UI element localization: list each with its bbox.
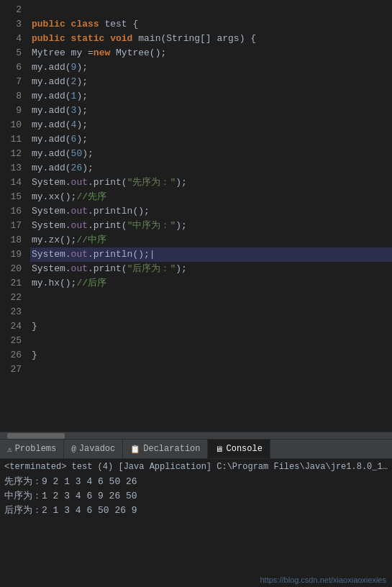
tab-label-console: Console [226, 444, 262, 454]
tab-javadoc[interactable]: @Javadoc [64, 440, 123, 458]
line-number: 13 [0, 161, 22, 176]
token-plain: } [32, 321, 37, 332]
code-line: System.out.print("中序为："); [30, 219, 392, 233]
console-line: 后序为：2 1 3 4 6 50 26 9 [4, 504, 388, 518]
console-terminated: <terminated> test (4) [Java Application]… [4, 462, 388, 472]
line-number: 22 [0, 291, 22, 305]
code-line: System.out.print("后序为："); [30, 262, 392, 276]
code-line: } [30, 319, 392, 334]
token-plain: Mytree my = [32, 47, 94, 58]
line-number: 27 [0, 363, 22, 377]
token-out: out [71, 177, 88, 188]
line-number: 4 [0, 32, 22, 46]
token-comment: //后序 [76, 278, 106, 288]
token-num: 26 [71, 163, 83, 173]
line-number: 12 [0, 147, 22, 161]
code-line: my.xx();//先序 [30, 190, 392, 204]
token-plain: my.hx(); [32, 278, 76, 288]
token-plain: ); [82, 163, 94, 173]
line-number: 17 [0, 219, 22, 233]
line-number: 20 [0, 262, 22, 276]
tab-icon-javadoc: @ [71, 445, 76, 453]
code-line: Mytree my =new Mytree(); [30, 46, 392, 60]
token-num: 50 [71, 148, 83, 159]
token-plain: ); [176, 263, 187, 274]
token-kw: static [71, 33, 111, 44]
token-comment: //中序 [76, 235, 106, 245]
code-line: } [30, 348, 392, 363]
code-line: my.zx();//中序 [30, 233, 392, 247]
token-plain: my.add( [32, 76, 71, 87]
tab-icon-declaration: 📋 [130, 445, 140, 454]
line-number: 9 [0, 104, 22, 118]
console-line: 先序为：9 2 1 3 4 6 50 26 [4, 475, 388, 489]
token-plain: ); [76, 76, 88, 87]
token-plain: test { [104, 19, 138, 29]
tab-console[interactable]: 🖥Console [208, 440, 270, 458]
tab-label-javadoc: Javadoc [79, 444, 115, 454]
code-line: my.add(1); [30, 89, 392, 104]
token-plain: my.add( [32, 119, 71, 130]
line-number: 10 [0, 118, 22, 132]
line-number: 25 [0, 334, 22, 348]
code-line: my.add(26); [30, 161, 392, 176]
code-line [30, 305, 392, 319]
token-plain: ); [82, 148, 94, 159]
token-plain: ); [76, 62, 88, 73]
bottom-tabs: ⚠Problems@Javadoc📋Declaration🖥Console [0, 439, 392, 459]
code-line [30, 334, 392, 348]
line-number: 8 [0, 89, 22, 104]
token-out: out [71, 263, 88, 274]
code-lines[interactable]: public class test { public static void m… [27, 3, 392, 432]
line-number: 6 [0, 60, 22, 75]
code-line: System.out.println(); [30, 204, 392, 219]
token-out: out [71, 249, 88, 260]
token-plain: System. [32, 249, 71, 260]
token-plain: .println(); [88, 206, 150, 217]
token-plain: ); [76, 105, 88, 116]
line-number: 14 [0, 176, 22, 190]
console-area: <terminated> test (4) [Java Application]… [0, 459, 392, 521]
code-line: my.add(2); [30, 75, 392, 89]
horizontal-scrollbar[interactable] [0, 432, 392, 439]
token-plain: .println();| [88, 249, 155, 260]
token-plain: ); [76, 91, 88, 101]
scrollbar-thumb[interactable] [7, 433, 65, 439]
code-line: my.add(9); [30, 60, 392, 75]
token-plain: my.zx(); [32, 235, 76, 245]
token-plain: my.add( [32, 134, 71, 145]
token-string: "中序为：" [127, 220, 176, 231]
token-plain: .print( [88, 177, 127, 188]
token-kw: public [32, 19, 71, 29]
code-line: public class test { [30, 17, 392, 32]
token-plain: my.add( [32, 163, 71, 173]
token-plain: .print( [88, 263, 127, 274]
console-output: 先序为：9 2 1 3 4 6 50 26中序为：1 2 3 4 6 9 26 … [4, 475, 388, 518]
code-line: my.add(4); [30, 118, 392, 132]
tab-declaration[interactable]: 📋Declaration [123, 440, 208, 458]
line-number: 23 [0, 305, 22, 319]
code-line: my.hx();//后序 [30, 276, 392, 291]
code-line: System.out.println();| [30, 247, 392, 262]
token-plain: my.add( [32, 91, 71, 101]
token-plain: main(String[] args) { [138, 33, 256, 44]
line-numbers: 2345678910111213141516171819202122232425… [0, 3, 27, 432]
token-plain: my.add( [32, 105, 71, 116]
token-plain: System. [32, 206, 71, 217]
token-plain: ); [176, 220, 187, 231]
line-number: 5 [0, 46, 22, 60]
tab-icon-problems: ⚠ [7, 445, 12, 454]
tab-label-declaration: Declaration [143, 444, 200, 454]
token-plain: } [32, 350, 37, 360]
line-number: 2 [0, 3, 22, 17]
tab-problems[interactable]: ⚠Problems [0, 440, 64, 458]
token-plain: ); [76, 134, 88, 145]
line-number: 26 [0, 348, 22, 363]
code-line [30, 3, 392, 17]
token-out: out [71, 206, 88, 217]
line-number: 21 [0, 276, 22, 291]
token-plain: my.xx(); [32, 191, 76, 202]
line-number: 7 [0, 75, 22, 89]
console-line: 中序为：1 2 3 4 6 9 26 50 [4, 489, 388, 504]
line-number: 19 [0, 247, 22, 262]
